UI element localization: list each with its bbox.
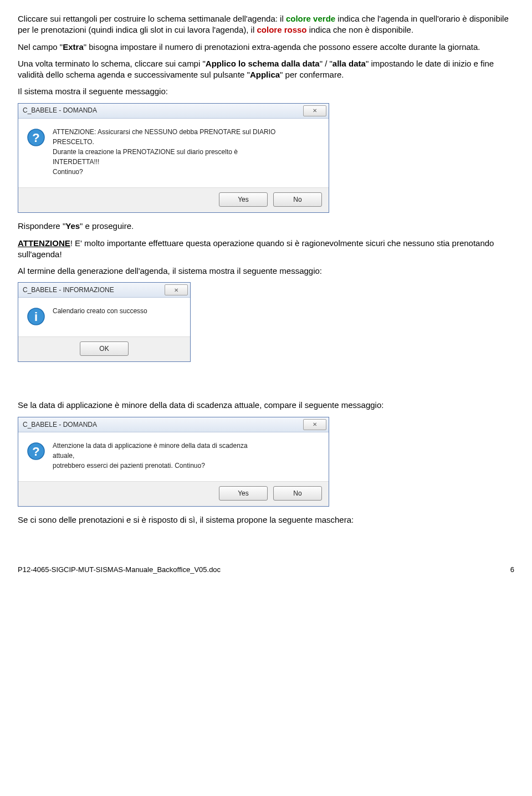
dialog-titlebar[interactable]: C_BABELE - DOMANDA ✕ [18,417,329,432]
text: Cliccare sui rettangoli per costruire lo… [18,14,286,23]
text-red: colore rosso [257,25,306,34]
close-icon: ✕ [313,107,317,115]
text: Nel campo " [18,42,63,52]
paragraph-7: Al termine della generazione dell'agenda… [18,266,514,277]
dialog-titlebar[interactable]: C_BABELE - DOMANDA ✕ [18,104,329,119]
no-button[interactable]: No [273,192,322,207]
paragraph-3: Una volta terminato lo schema, cliccare … [18,58,514,81]
dialog-title: C_BABELE - DOMANDA [23,420,97,429]
yes-button[interactable]: Yes [219,486,268,501]
svg-text:?: ? [32,131,39,145]
close-icon: ✕ [174,287,178,294]
text-bold: alla data [332,59,366,68]
dialog-message: ATTENZIONE: Assicurarsi che NESSUNO debb… [53,127,321,178]
text: " per confermare. [280,70,344,79]
dialog-buttons: Yes No [18,187,329,212]
dialog-line: Durante la creazione la PRENOTAZIONE sul… [53,147,321,156]
close-button[interactable]: ✕ [165,284,188,295]
text: indica che non è disponibile. [309,25,413,34]
text-bold: Extra [63,42,84,52]
dialog-line: attuale, [53,451,321,460]
close-button[interactable]: ✕ [303,105,326,116]
no-button[interactable]: No [273,486,322,501]
question-icon: ? [26,127,46,147]
dialog-domanda-1: C_BABELE - DOMANDA ✕ ? ATTENZIONE: Assic… [18,103,329,213]
text-attention: ATTENZIONE [18,238,70,248]
dialog-domanda-2: C_BABELE - DOMANDA ✕ ? Attenzione la dat… [18,417,329,507]
info-icon: i [26,307,46,326]
dialog-line: Attenzione la data di applicazione è min… [53,441,321,450]
svg-text:i: i [34,310,38,324]
paragraph-9: Se ci sono delle prenotazioni e si è ris… [18,514,514,525]
close-icon: ✕ [313,421,317,428]
dialog-body: i Calendario creato con successo [18,298,190,336]
paragraph-5: Rispondere "Yes" e proseguire. [18,221,514,232]
ok-button[interactable]: OK [80,341,129,356]
dialog-line: ATTENZIONE: Assicurarsi che NESSUNO debb… [53,127,321,136]
text: Una volta terminato lo schema, cliccare … [18,59,206,68]
dialog-message: Calendario creato con successo [53,307,182,326]
dialog-line: PRESCELTO. [53,137,321,146]
close-button[interactable]: ✕ [303,419,326,430]
text-bold: Applica [250,70,280,79]
text-bold: Applico lo schema dalla data [206,59,320,68]
paragraph-8: Se la data di applicazione è minore dell… [18,400,514,411]
dialog-informazione: C_BABELE - INFORMAZIONE ✕ i Calendario c… [18,282,191,362]
text: ! E' molto importante effettuare questa … [18,238,494,259]
text: Rispondere " [18,221,65,231]
paragraph-1: Cliccare sui rettangoli per costruire lo… [18,13,514,36]
text: " bisogna impostare il numero di prenota… [84,42,480,52]
svg-text:?: ? [32,445,39,458]
yes-button[interactable]: Yes [219,192,268,207]
page-footer: P12-4065-SIGCIP-MUT-SISMAS-Manuale_Backo… [18,565,514,575]
dialog-message: Attenzione la data di applicazione è min… [53,441,321,472]
dialog-buttons: OK [18,336,190,361]
paragraph-attention: ATTENZIONE! E' molto importante effettua… [18,238,514,261]
dialog-line: potrebbero esserci dei pazienti prenotat… [53,461,321,470]
footer-filename: P12-4065-SIGCIP-MUT-SISMAS-Manuale_Backo… [18,565,221,575]
paragraph-4: Il sistema mostra il seguente messaggio: [18,86,514,97]
dialog-line: Continuo? [53,167,321,176]
text-green: colore verde [286,14,335,23]
footer-page-number: 6 [510,565,514,575]
text: " e proseguire. [80,221,134,231]
dialog-buttons: Yes No [18,481,329,506]
question-icon: ? [26,441,46,461]
paragraph-2: Nel campo "Extra" bisogna impostare il n… [18,42,514,53]
dialog-line: INTERDETTA!!! [53,157,321,166]
text: " / " [320,59,332,68]
dialog-line: Calendario creato con successo [53,307,182,315]
text-bold: Yes [65,221,80,231]
dialog-body: ? Attenzione la data di applicazione è m… [18,432,329,482]
dialog-title: C_BABELE - DOMANDA [23,106,97,115]
dialog-body: ? ATTENZIONE: Assicurarsi che NESSUNO de… [18,119,329,188]
dialog-title: C_BABELE - INFORMAZIONE [23,285,114,294]
dialog-titlebar[interactable]: C_BABELE - INFORMAZIONE ✕ [18,283,190,298]
